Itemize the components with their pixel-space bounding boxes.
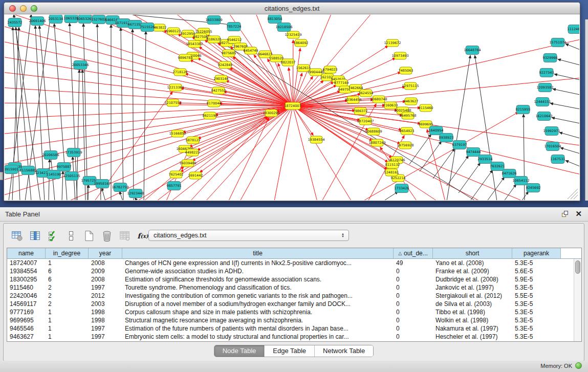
node-label: 15751074: [549, 40, 566, 45]
table-type-tabs: Node Table Edge Table Network Table: [214, 345, 374, 357]
table-row[interactable]: 977716911998Corpus callosum shape and si…: [7, 308, 581, 316]
node-label: 10688609: [365, 129, 382, 134]
node-label: 1640954: [429, 128, 444, 133]
network-window-title: citations_edges.txt: [4, 5, 580, 12]
column-chooser-icon[interactable]: [29, 229, 42, 243]
node-label: 20206586: [42, 153, 59, 157]
node-label: 19958167: [94, 182, 111, 186]
node-label: 10973493: [391, 54, 408, 58]
table-row[interactable]: 2242004622012Investigating the contribut…: [7, 292, 581, 300]
node-label: 5960123: [166, 29, 181, 33]
delete-table-icon[interactable]: [100, 229, 114, 243]
network-window-titlebar[interactable]: citations_edges.txt: [4, 3, 580, 14]
node-label: 19756928: [397, 143, 413, 147]
table-row[interactable]: 946362711997Embryonic stem cells: a mode…: [7, 333, 581, 341]
node-label: 8170044: [207, 101, 222, 105]
cytoscape-desktop: citations_edges.txt 18724007746382259601…: [0, 0, 588, 207]
table-vertical-scrollbar[interactable]: [574, 259, 581, 341]
table-cell: 5.3E-5: [512, 283, 561, 292]
tab-network-table[interactable]: Network Table: [315, 345, 373, 357]
merge-cells-icon[interactable]: [64, 229, 78, 243]
table-panel: Table Panel ✕: [0, 207, 588, 372]
table-cell: Jankovic et al. (1997): [433, 283, 512, 292]
import-table-disabled-icon: [118, 229, 132, 243]
network-canvas[interactable]: 1872400774638225960123891295415226055982…: [5, 15, 579, 200]
header-filler: [561, 248, 581, 259]
table-cell: 5.5E-5: [512, 292, 561, 300]
table-panel-body: f(x) citations_edges.txt ▲▼ namein_degre…: [3, 223, 584, 361]
node-label: 18807249: [368, 141, 385, 145]
table-cell: Genome-wide association studies in ADHD.: [122, 267, 394, 275]
node-label: 2053134: [49, 17, 63, 21]
table-cell: 9465546: [7, 324, 46, 333]
table-cell: 18300295: [7, 275, 46, 283]
node-label: 2718126: [173, 70, 188, 74]
table-row[interactable]: 1830029562008Estimation of significance …: [7, 275, 581, 283]
table-settings-icon[interactable]: [11, 229, 24, 243]
function-builder-icon[interactable]: f(x): [136, 229, 149, 243]
node-label: 19384554: [308, 138, 324, 142]
node-label: 12505135: [63, 174, 80, 178]
resize-grip-icon[interactable]: [568, 189, 578, 199]
table-cell: 2: [46, 283, 89, 292]
table-cell: 6: [46, 275, 89, 283]
node-label: 9463627: [404, 99, 419, 103]
new-table-icon[interactable]: [82, 229, 96, 243]
node-label: 2435572: [8, 20, 23, 25]
node-label: 8215955: [516, 107, 531, 112]
table-header-row: namein_degreeyeartitle△out_de...shortpag…: [7, 248, 581, 259]
table-cell: 0: [394, 316, 433, 324]
node-label: 8822037: [281, 60, 296, 64]
table-row[interactable]: 946554611997Estimation of the future num…: [7, 324, 581, 333]
node-label: 16648784: [464, 48, 481, 52]
table-cell: 0: [394, 267, 433, 275]
node-label: 6379197: [452, 143, 467, 147]
table-cell: 0: [394, 300, 433, 308]
table-row[interactable]: 1938455462009Genome-wide association stu…: [7, 267, 581, 275]
table-cell: 1997: [89, 333, 122, 341]
node-label: 1145190: [47, 172, 61, 177]
table-toolbar: f(x): [11, 228, 149, 244]
column-header-year[interactable]: year: [89, 248, 122, 259]
table-cell: 5.3E-5: [512, 316, 561, 324]
tab-node-table[interactable]: Node Table: [214, 345, 265, 357]
column-header-short[interactable]: short: [433, 248, 512, 259]
column-header-in_degree[interactable]: in_degree: [46, 248, 89, 259]
column-header-name[interactable]: name: [7, 248, 46, 259]
select-rows-icon[interactable]: [47, 229, 60, 243]
table-cell: 5.3E-5: [512, 324, 561, 333]
float-panel-icon[interactable]: [561, 210, 569, 218]
table-cell: 1997: [89, 283, 122, 292]
table-cell: 49: [394, 259, 433, 267]
table-cell: 9777169: [7, 308, 46, 316]
node-label: 9227343: [539, 71, 554, 75]
node-label: 8471626: [502, 171, 517, 176]
table-cell: 0: [394, 283, 433, 292]
tab-edge-table[interactable]: Edge Table: [265, 345, 315, 357]
table-cell: Structural magnetic resonance image aver…: [122, 316, 394, 324]
table-cell: Disruption of a novel member of a sodium…: [122, 300, 394, 308]
table-cell: Estimation of the future numbers of pati…: [122, 324, 394, 333]
node-label: 9827506: [193, 35, 208, 39]
table-cell: 2008: [89, 275, 122, 283]
close-panel-icon[interactable]: ✕: [575, 210, 582, 218]
column-header-title[interactable]: title: [122, 248, 394, 259]
table-cell: Corpus callosum shape and size in male p…: [122, 308, 394, 316]
node-label: 7632621: [490, 164, 505, 168]
table-cell: 5.3E-5: [512, 333, 561, 341]
network-view-window: citations_edges.txt 18724007746382259601…: [4, 2, 580, 201]
table-row[interactable]: 1456911722003Disruption of a novel membe…: [7, 300, 581, 308]
table-panel-header[interactable]: Table Panel ✕: [0, 207, 588, 222]
table-cell: 1998: [89, 308, 122, 316]
node-label: 12093582: [536, 85, 553, 90]
table-row[interactable]: 1872400712008Changes of HCN gene express…: [7, 259, 581, 267]
table-row[interactable]: 911546021997Tourette syndrome. Phenomeno…: [7, 283, 581, 292]
column-header-pagerank[interactable]: pagerank: [512, 248, 561, 259]
table-row[interactable]: 969969511998Structural magnetic resonanc…: [7, 316, 581, 324]
column-header-out_de[interactable]: △out_de...: [394, 248, 433, 259]
table-selector-dropdown[interactable]: citations_edges.txt ▲▼: [148, 230, 349, 241]
scrollbar-thumb[interactable]: [575, 260, 580, 274]
table-cell: de Silva et al. (2003): [433, 300, 512, 308]
node-label: 8621190: [203, 114, 217, 118]
node-label: 16495768: [399, 114, 416, 118]
